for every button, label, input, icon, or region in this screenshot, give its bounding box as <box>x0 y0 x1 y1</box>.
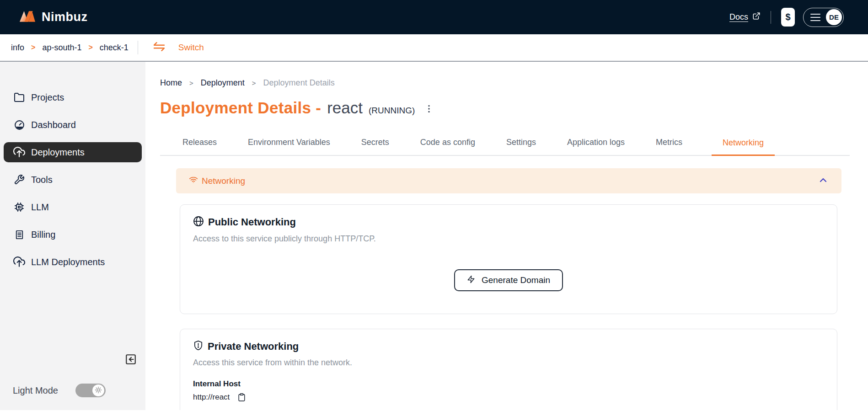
sidebar-item-projects[interactable]: Projects <box>4 87 142 107</box>
crumb-project[interactable]: info <box>11 43 24 53</box>
tab-secrets[interactable]: Secrets <box>359 133 391 156</box>
collapse-sidebar-icon <box>125 360 137 367</box>
folder-icon <box>13 91 25 103</box>
topbar-divider <box>771 11 771 24</box>
brand-name: Nimbuz <box>42 10 88 24</box>
copy-host-button[interactable] <box>237 393 246 402</box>
status-badge: (RUNNING) <box>369 106 415 116</box>
switch-context-button[interactable]: Switch <box>151 42 204 54</box>
private-networking-card: Private Networking Access this service f… <box>180 329 837 410</box>
sidebar-item-label: LLM Deployments <box>31 257 105 267</box>
swap-arrows-icon <box>151 42 167 54</box>
nimbuz-logo-icon <box>18 9 37 26</box>
light-mode-label: Light Mode <box>13 385 58 396</box>
internal-host-label: Internal Host <box>193 379 824 389</box>
page-title-prefix: Deployment Details - <box>160 99 321 117</box>
sidebar-footer: Light Mode <box>0 353 145 410</box>
sidebar-item-llm-deployments[interactable]: LLM Deployments <box>4 252 142 272</box>
generate-domain-label: Generate Domain <box>482 275 550 285</box>
breadcrumb-separator: > <box>31 43 35 52</box>
app-shell: Projects Dashboard Deployments <box>0 62 868 410</box>
receipt-icon <box>13 229 25 240</box>
public-networking-title: Public Networking <box>208 216 296 228</box>
page-breadcrumb: Home > Deployment > Deployment Details <box>160 78 850 88</box>
tab-networking[interactable]: Networking <box>712 133 775 156</box>
topbar-actions: Docs $ DE <box>729 8 844 27</box>
breadcrumb-home[interactable]: Home <box>160 78 182 88</box>
shield-alert-icon <box>193 340 204 352</box>
networking-panel: Public Networking Access to this service… <box>176 193 841 410</box>
networking-accordion-title: Networking <box>202 176 245 186</box>
theme-toggle-row: Light Mode <box>13 384 137 397</box>
toggle-knob <box>92 384 104 396</box>
sidebar-item-label: Tools <box>31 175 53 185</box>
generate-domain-button[interactable]: Generate Domain <box>454 269 563 291</box>
context-breadcrumb: info > ap-south-1 > check-1 <box>11 43 129 53</box>
breadcrumb-separator: > <box>252 79 256 87</box>
switch-label: Switch <box>178 43 204 53</box>
tab-environment-variables[interactable]: Environment Variables <box>246 133 332 156</box>
breadcrumb-separator: > <box>189 79 193 87</box>
docs-link[interactable]: Docs <box>729 12 761 22</box>
breadcrumb-current: Deployment Details <box>263 78 335 88</box>
cloud-upload-icon <box>13 256 25 268</box>
context-divider <box>138 41 138 54</box>
page-title: Deployment Details - react (RUNNING) <box>160 99 850 119</box>
sidebar-item-billing[interactable]: Billing <box>4 224 142 245</box>
cloud-upload-icon <box>13 146 25 158</box>
sidebar-item-dashboard[interactable]: Dashboard <box>4 115 142 135</box>
dollar-icon: $ <box>785 12 790 22</box>
public-networking-description: Access to this service publicly through … <box>193 234 824 244</box>
account-menu-button[interactable]: DE <box>803 8 844 27</box>
main-content: Home > Deployment > Deployment Details D… <box>145 62 868 410</box>
chevron-up-icon[interactable] <box>818 175 829 187</box>
clipboard-icon <box>237 396 246 403</box>
breadcrumb-deployment[interactable]: Deployment <box>201 78 245 88</box>
breadcrumb-separator: > <box>88 43 92 52</box>
sidebar-item-deployments[interactable]: Deployments <box>4 142 142 162</box>
sidebar-item-label: Billing <box>31 230 55 240</box>
context-bar: info > ap-south-1 > check-1 Switch <box>0 34 868 62</box>
networking-accordion-header[interactable]: Networking <box>176 168 841 193</box>
sidebar-item-llm[interactable]: LLM <box>4 197 142 217</box>
private-networking-description: Access this service from within the netw… <box>193 358 824 368</box>
light-mode-toggle[interactable] <box>75 384 106 397</box>
sidebar-item-label: Projects <box>31 92 64 103</box>
tab-releases[interactable]: Releases <box>181 133 219 156</box>
collapse-sidebar-button[interactable] <box>125 353 137 365</box>
title-actions-button[interactable] <box>423 103 434 115</box>
tab-settings[interactable]: Settings <box>504 133 538 156</box>
sidebar-item-label: LLM <box>31 202 49 213</box>
deployment-tabs: Releases Environment Variables Secrets C… <box>160 133 850 156</box>
sidebar: Projects Dashboard Deployments <box>0 62 145 410</box>
tab-metrics[interactable]: Metrics <box>654 133 684 156</box>
crumb-region[interactable]: ap-south-1 <box>42 43 81 53</box>
kebab-menu-icon <box>424 109 434 116</box>
public-networking-card: Public Networking Access to this service… <box>180 204 837 314</box>
crumb-cluster[interactable]: check-1 <box>100 43 129 53</box>
chip-icon <box>13 201 25 213</box>
docs-link-label: Docs <box>729 12 748 22</box>
private-networking-title: Private Networking <box>208 341 299 352</box>
gauge-icon <box>13 119 25 131</box>
tab-code-as-config[interactable]: Code as config <box>418 133 477 156</box>
external-link-icon <box>752 12 761 22</box>
currency-button[interactable]: $ <box>781 8 795 27</box>
tab-application-logs[interactable]: Application logs <box>565 133 627 156</box>
lightning-icon <box>467 274 475 287</box>
internal-host-value: http://react <box>193 393 230 402</box>
hamburger-icon <box>810 14 820 21</box>
wrench-icon <box>13 174 25 186</box>
brand-logo[interactable]: Nimbuz <box>18 9 88 26</box>
sun-icon <box>95 386 102 395</box>
wifi-icon <box>189 175 198 187</box>
avatar: DE <box>826 9 842 25</box>
topbar: Nimbuz Docs $ DE <box>0 0 868 34</box>
sidebar-item-tools[interactable]: Tools <box>4 170 142 190</box>
sidebar-item-label: Deployments <box>31 147 85 158</box>
globe-icon <box>193 216 204 229</box>
networking-accordion: Networking <box>176 168 841 410</box>
deployment-name: react <box>327 99 363 117</box>
sidebar-item-label: Dashboard <box>31 120 76 130</box>
